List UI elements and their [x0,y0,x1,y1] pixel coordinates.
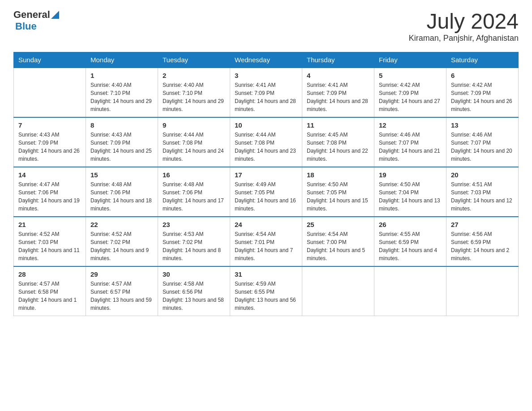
day-number: 14 [18,171,81,179]
day-cell: 29Sunrise: 4:57 AMSunset: 6:57 PMDayligh… [86,266,158,316]
day-number: 6 [451,72,514,79]
day-info: Sunrise: 4:52 AMSunset: 7:03 PMDaylight:… [18,230,81,262]
day-info: Sunrise: 4:47 AMSunset: 7:06 PMDaylight:… [18,180,81,213]
day-info: Sunrise: 4:55 AMSunset: 6:59 PMDaylight:… [379,230,442,262]
day-cell: 6Sunrise: 4:42 AMSunset: 7:09 PMDaylight… [446,68,519,117]
day-number: 11 [307,121,369,129]
day-cell: 7Sunrise: 4:43 AMSunset: 7:09 PMDaylight… [14,117,86,167]
day-number: 21 [18,221,81,228]
day-info: Sunrise: 4:51 AMSunset: 7:03 PMDaylight:… [451,180,514,213]
week-row-4: 21Sunrise: 4:52 AMSunset: 7:03 PMDayligh… [14,217,519,266]
day-info: Sunrise: 4:41 AMSunset: 7:09 PMDaylight:… [307,81,369,113]
day-info: Sunrise: 4:44 AMSunset: 7:08 PMDaylight:… [163,131,225,163]
weekday-header-monday: Monday [86,52,158,68]
weekday-header-row: SundayMondayTuesdayWednesdayThursdayFrid… [14,52,519,68]
day-cell: 10Sunrise: 4:44 AMSunset: 7:08 PMDayligh… [230,117,302,167]
day-number: 22 [90,221,153,228]
day-cell: 18Sunrise: 4:50 AMSunset: 7:05 PMDayligh… [302,167,374,217]
location-subtitle: Kiraman, Panjshir, Afghanistan [409,34,519,43]
day-cell: 3Sunrise: 4:41 AMSunset: 7:09 PMDaylight… [230,68,302,117]
weekday-header-friday: Friday [374,52,446,68]
day-cell: 17Sunrise: 4:49 AMSunset: 7:05 PMDayligh… [230,167,302,217]
day-cell: 12Sunrise: 4:46 AMSunset: 7:07 PMDayligh… [374,117,446,167]
day-info: Sunrise: 4:54 AMSunset: 7:00 PMDaylight:… [307,230,369,262]
day-cell: 4Sunrise: 4:41 AMSunset: 7:09 PMDaylight… [302,68,374,117]
day-info: Sunrise: 4:52 AMSunset: 7:02 PMDaylight:… [90,230,153,262]
day-cell: 26Sunrise: 4:55 AMSunset: 6:59 PMDayligh… [374,217,446,266]
day-number: 25 [307,221,369,228]
day-cell [302,266,374,316]
day-cell: 2Sunrise: 4:40 AMSunset: 7:10 PMDaylight… [158,68,230,117]
day-cell: 14Sunrise: 4:47 AMSunset: 7:06 PMDayligh… [14,167,86,217]
day-info: Sunrise: 4:59 AMSunset: 6:55 PMDaylight:… [235,280,297,312]
logo-blue-text: Blue [15,21,37,32]
day-number: 5 [379,72,442,79]
day-info: Sunrise: 4:48 AMSunset: 7:06 PMDaylight:… [163,180,225,213]
day-number: 19 [379,171,442,179]
day-info: Sunrise: 4:40 AMSunset: 7:10 PMDaylight:… [163,81,225,113]
day-number: 18 [307,171,369,179]
day-cell: 25Sunrise: 4:54 AMSunset: 7:00 PMDayligh… [302,217,374,266]
week-row-3: 14Sunrise: 4:47 AMSunset: 7:06 PMDayligh… [14,167,519,217]
logo: General Blue [13,9,59,32]
day-cell: 8Sunrise: 4:43 AMSunset: 7:09 PMDaylight… [86,117,158,167]
day-number: 12 [379,121,442,129]
day-cell: 31Sunrise: 4:59 AMSunset: 6:55 PMDayligh… [230,266,302,316]
day-cell: 21Sunrise: 4:52 AMSunset: 7:03 PMDayligh… [14,217,86,266]
day-number: 16 [163,171,225,179]
day-cell: 16Sunrise: 4:48 AMSunset: 7:06 PMDayligh… [158,167,230,217]
day-number: 31 [235,270,297,278]
day-info: Sunrise: 4:56 AMSunset: 6:59 PMDaylight:… [451,230,514,262]
week-row-2: 7Sunrise: 4:43 AMSunset: 7:09 PMDaylight… [14,117,519,167]
day-number: 20 [451,171,514,179]
day-info: Sunrise: 4:44 AMSunset: 7:08 PMDaylight:… [235,131,297,163]
day-cell: 9Sunrise: 4:44 AMSunset: 7:08 PMDaylight… [158,117,230,167]
day-cell: 20Sunrise: 4:51 AMSunset: 7:03 PMDayligh… [446,167,519,217]
day-info: Sunrise: 4:45 AMSunset: 7:08 PMDaylight:… [307,131,369,163]
day-info: Sunrise: 4:48 AMSunset: 7:06 PMDaylight:… [90,180,153,213]
day-cell: 13Sunrise: 4:46 AMSunset: 7:07 PMDayligh… [446,117,519,167]
week-row-5: 28Sunrise: 4:57 AMSunset: 6:58 PMDayligh… [14,266,519,316]
day-info: Sunrise: 4:46 AMSunset: 7:07 PMDaylight:… [451,131,514,163]
day-number: 24 [235,221,297,228]
day-cell: 30Sunrise: 4:58 AMSunset: 6:56 PMDayligh… [158,266,230,316]
page-header: General Blue July 2024 Kiraman, Panjshir… [13,9,519,43]
day-number: 28 [18,270,81,278]
weekday-header-wednesday: Wednesday [230,52,302,68]
calendar-table: SundayMondayTuesdayWednesdayThursdayFrid… [13,52,519,316]
day-number: 3 [235,72,297,79]
day-cell: 15Sunrise: 4:48 AMSunset: 7:06 PMDayligh… [86,167,158,217]
day-info: Sunrise: 4:43 AMSunset: 7:09 PMDaylight:… [18,131,81,163]
day-info: Sunrise: 4:57 AMSunset: 6:57 PMDaylight:… [90,280,153,312]
day-info: Sunrise: 4:43 AMSunset: 7:09 PMDaylight:… [90,131,153,163]
weekday-header-sunday: Sunday [14,52,86,68]
day-number: 2 [163,72,225,79]
day-cell: 5Sunrise: 4:42 AMSunset: 7:09 PMDaylight… [374,68,446,117]
day-number: 23 [163,221,225,228]
day-info: Sunrise: 4:41 AMSunset: 7:09 PMDaylight:… [235,81,297,113]
weekday-header-thursday: Thursday [302,52,374,68]
day-cell: 1Sunrise: 4:40 AMSunset: 7:10 PMDaylight… [86,68,158,117]
day-number: 27 [451,221,514,228]
day-number: 9 [163,121,225,129]
day-number: 10 [235,121,297,129]
day-cell: 23Sunrise: 4:53 AMSunset: 7:02 PMDayligh… [158,217,230,266]
day-cell: 19Sunrise: 4:50 AMSunset: 7:04 PMDayligh… [374,167,446,217]
day-cell: 24Sunrise: 4:54 AMSunset: 7:01 PMDayligh… [230,217,302,266]
day-info: Sunrise: 4:58 AMSunset: 6:56 PMDaylight:… [163,280,225,312]
day-info: Sunrise: 4:50 AMSunset: 7:04 PMDaylight:… [379,180,442,213]
day-cell: 28Sunrise: 4:57 AMSunset: 6:58 PMDayligh… [14,266,86,316]
logo-triangle-icon [51,11,59,19]
day-cell: 27Sunrise: 4:56 AMSunset: 6:59 PMDayligh… [446,217,519,266]
day-info: Sunrise: 4:50 AMSunset: 7:05 PMDaylight:… [307,180,369,213]
day-info: Sunrise: 4:49 AMSunset: 7:05 PMDaylight:… [235,180,297,213]
day-info: Sunrise: 4:42 AMSunset: 7:09 PMDaylight:… [379,81,442,113]
day-cell: 11Sunrise: 4:45 AMSunset: 7:08 PMDayligh… [302,117,374,167]
title-block: July 2024 Kiraman, Panjshir, Afghanistan [409,9,519,43]
day-info: Sunrise: 4:46 AMSunset: 7:07 PMDaylight:… [379,131,442,163]
week-row-1: 1Sunrise: 4:40 AMSunset: 7:10 PMDaylight… [14,68,519,117]
day-info: Sunrise: 4:53 AMSunset: 7:02 PMDaylight:… [163,230,225,262]
day-cell [374,266,446,316]
day-info: Sunrise: 4:40 AMSunset: 7:10 PMDaylight:… [90,81,153,113]
day-info: Sunrise: 4:42 AMSunset: 7:09 PMDaylight:… [451,81,514,113]
